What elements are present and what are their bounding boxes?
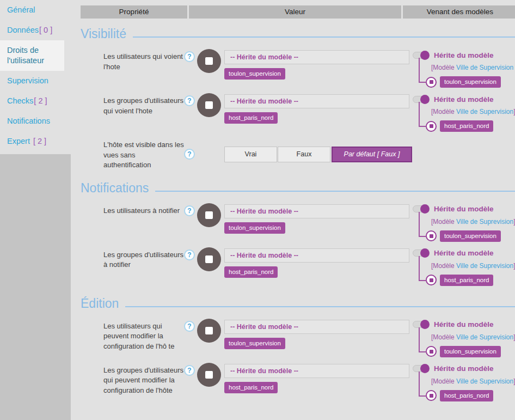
sidebar-nav-item[interactable]: Checks[ 2 ]	[0, 91, 71, 111]
help-icon[interactable]: ?	[184, 365, 195, 376]
model-node-icon[interactable]	[426, 121, 437, 132]
value-tag[interactable]: host_paris_nord	[224, 266, 278, 278]
value-column: toulon_supervision	[224, 204, 409, 234]
property-label: Les utilisateurs qui peuvent modifier la…	[103, 320, 184, 352]
model-link[interactable]: Ville de Suprevision	[456, 218, 513, 226]
sidebar-nav-item[interactable]: Supervision	[0, 71, 71, 91]
stop-square-icon	[205, 57, 213, 65]
model-node-tag[interactable]: toulon_supervision	[440, 346, 501, 357]
sections: Visibilité Les utilisateurs qui voient l…	[81, 26, 515, 401]
value-tag[interactable]: toulon_supervision	[224, 222, 285, 234]
inherit-toggle-row: Hérite du modèle	[413, 95, 515, 104]
model-node-icon[interactable]	[426, 390, 437, 401]
tristate-option-button[interactable]: Vrai	[224, 147, 277, 162]
sidebar-nav-item[interactable]: Données[ 0 ]	[0, 20, 71, 40]
form-section: Édition Les utilisateurs qui peuvent mod…	[81, 296, 515, 401]
help-icon[interactable]: ?	[184, 205, 195, 216]
model-node-icon[interactable]	[426, 346, 437, 357]
value-input[interactable]	[224, 320, 409, 334]
help-icon[interactable]: ?	[184, 321, 195, 332]
column-header-from-models: Venant des modèles	[403, 5, 515, 19]
value-input[interactable]	[224, 50, 409, 64]
model-link[interactable]: Ville de Suprevision	[456, 262, 513, 270]
connector-line	[419, 372, 427, 397]
property-row: Les utilisateurs qui voient l'hote ? tou…	[81, 50, 515, 88]
help-icon[interactable]: ?	[184, 149, 195, 160]
sidebar-nav-item[interactable]: Général	[0, 0, 71, 20]
model-link[interactable]: Ville de Supervision	[456, 64, 513, 71]
property-label: Les utilisateurs à notifier	[103, 204, 184, 216]
connector-line	[419, 327, 427, 352]
nav-item-count: [ 0 ]	[39, 26, 52, 34]
property-label: L'hôte est visible dans les vues sans au…	[103, 138, 184, 171]
nav-item-label: Données	[7, 26, 39, 34]
node-square-icon	[430, 80, 433, 84]
section-title: Notifications	[81, 180, 515, 196]
model-inheritance: Hérite du modèle [Modèle Ville de Superv…	[413, 94, 515, 132]
clear-value-button[interactable]	[197, 363, 221, 387]
value-tag[interactable]: host_paris_nord	[224, 382, 278, 393]
model-reference: [Modèle Ville de Supervision]	[431, 108, 515, 115]
value-input[interactable]	[224, 248, 409, 263]
section-title: Visibilité	[81, 26, 515, 41]
model-bracket-prefix: [Modèle	[431, 64, 456, 71]
tristate-option-button[interactable]: Faux	[278, 147, 330, 162]
nav-item-label: Checks	[7, 96, 33, 105]
model-inheritance: Hérite du modèle [Modèle Ville de Superv…	[413, 364, 515, 401]
model-link[interactable]: Ville de Suprevision	[456, 333, 513, 341]
node-square-icon	[430, 124, 433, 128]
section-title-text: Visibilité	[81, 26, 126, 41]
nav-item-count: [ 2 ]	[34, 96, 47, 105]
value-tag[interactable]: toulon_supervision	[224, 68, 285, 80]
model-reference: [Modèle Ville de Supervision ]	[431, 64, 515, 71]
property-label: Les groupes d'utilisateurs qui voient l'…	[103, 94, 184, 116]
model-reference: [Modèle Ville de Suprevision]	[431, 262, 515, 270]
clear-value-button[interactable]	[197, 203, 221, 227]
clear-value-button[interactable]	[197, 247, 221, 271]
nav-item-label: Général	[7, 5, 35, 14]
clear-value-button[interactable]	[197, 319, 221, 343]
model-link[interactable]: Ville de Supervision	[456, 378, 513, 385]
main-panel: Propriété Valeur Venant des modèles Visi…	[71, 0, 515, 420]
model-node-icon[interactable]	[426, 230, 437, 241]
property-row: Les groupes d'utilisateurs qui voient l'…	[81, 94, 515, 132]
model-node-tag[interactable]: host_paris_nord	[440, 120, 493, 132]
tristate-option-button[interactable]: Par défaut [ Faux ]	[332, 147, 412, 162]
model-inheritance: Hérite du modèle [Modèle Ville de Suprev…	[413, 248, 515, 286]
model-node-tag[interactable]: toulon_supervision	[440, 76, 501, 88]
nav-item-label: Expert	[7, 137, 30, 145]
model-node-icon[interactable]	[426, 77, 437, 88]
value-tag[interactable]: host_paris_nord	[224, 112, 278, 124]
section-rows: Les utilisateurs qui peuvent modifier la…	[81, 320, 515, 401]
clear-value-button[interactable]	[197, 49, 221, 73]
stop-square-icon	[205, 371, 213, 379]
help-icon[interactable]: ?	[184, 249, 195, 260]
inherit-toggle-label: Hérite du modèle	[434, 95, 494, 104]
value-input[interactable]	[224, 364, 409, 378]
model-node-tag[interactable]: host_paris_nord	[440, 275, 493, 286]
model-node-tag[interactable]: toulon_supervision	[440, 230, 501, 242]
section-title-text: Notifications	[81, 180, 149, 196]
stop-square-icon	[205, 211, 213, 219]
value-input[interactable]	[224, 204, 409, 218]
table-header: Propriété Valeur Venant des modèles	[81, 5, 515, 19]
inherit-toggle-label: Hérite du modèle	[434, 51, 494, 59]
model-node-row: toulon_supervision	[426, 230, 515, 242]
model-node-icon[interactable]	[426, 275, 437, 285]
value-tag[interactable]: toulon_supervision	[224, 338, 285, 349]
help-icon[interactable]: ?	[184, 95, 195, 106]
model-node-row: host_paris_nord	[426, 275, 515, 286]
sidebar-nav-item[interactable]: Droits de l'utilisateur	[0, 40, 64, 71]
section-rows: Les utilisateurs qui voient l'hote ? tou…	[81, 50, 515, 171]
value-input[interactable]	[224, 94, 409, 108]
model-node-tag[interactable]: host_paris_nord	[440, 390, 493, 401]
property-row: Les utilisateurs à notifier ? toulon_sup…	[81, 204, 515, 242]
model-node-row: toulon_supervision	[426, 76, 515, 88]
help-icon[interactable]: ?	[184, 51, 195, 62]
sidebar-nav-item[interactable]: Notifications	[0, 111, 71, 131]
model-bracket-prefix: [Modèle	[431, 218, 456, 226]
model-link[interactable]: Ville de Supervision	[456, 108, 513, 115]
clear-value-button[interactable]	[197, 93, 221, 117]
sidebar-nav-item[interactable]: Expert[ 2 ]	[0, 131, 71, 151]
section-title-text: Édition	[81, 296, 119, 311]
